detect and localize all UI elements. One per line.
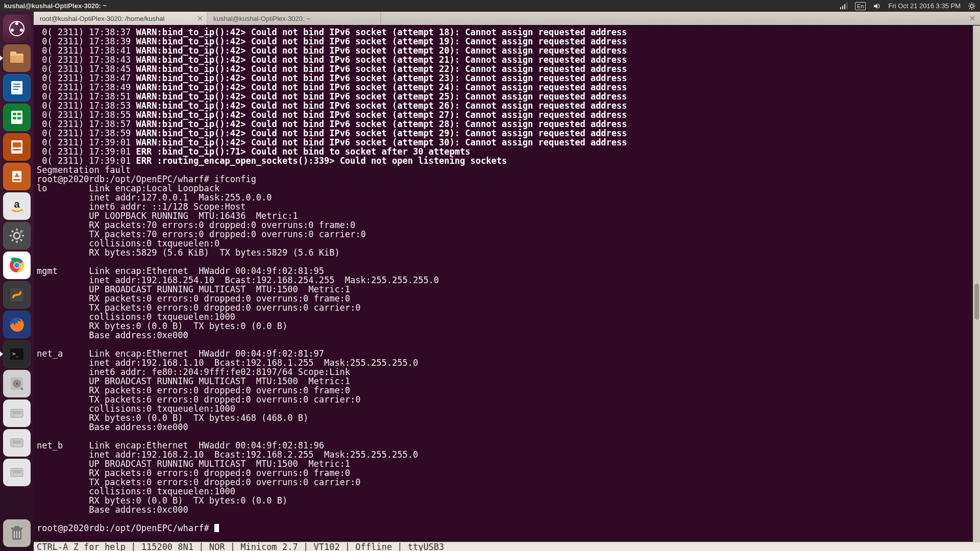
volume-icon[interactable]: [873, 2, 881, 10]
close-icon[interactable]: [197, 15, 204, 22]
software-center-icon[interactable]: [3, 163, 31, 190]
output-line: inet6 addr: ::1/128 Scope:Host: [37, 202, 977, 211]
impress-icon[interactable]: [3, 133, 31, 161]
writer-icon[interactable]: [3, 74, 31, 102]
tab-title: root@kushal-OptiPlex-3020: /home/kushal: [40, 15, 164, 22]
terminal-tab-inactive[interactable]: kushal@kushal-OptiPlex-3020: ~: [207, 12, 381, 25]
svg-line-11: [969, 8, 970, 9]
scrollbar-thumb[interactable]: [974, 284, 979, 319]
output-line: RX bytes:0 (0.0 B) TX bytes:0 (0.0 B): [37, 321, 977, 331]
cursor: [214, 524, 219, 532]
svg-rect-33: [13, 179, 20, 181]
log-line: 0( 2311) 17:38:49 WARN:bind_to_ip():42> …: [37, 83, 977, 92]
output-line: inet addr:192.168.2.10 Bcast:192.168.2.2…: [37, 450, 977, 459]
terminal-output[interactable]: 0( 2311) 17:38:37 WARN:bind_to_ip():42> …: [34, 26, 980, 542]
svg-rect-1: [842, 6, 843, 9]
output-line: UP BROADCAST RUNNING MULTICAST MTU:1500 …: [37, 377, 977, 386]
svg-text:>_: >_: [12, 350, 19, 357]
svg-rect-3: [846, 3, 847, 9]
output-line: net_a Link encap:Ethernet HWaddr 00:04:9…: [37, 349, 977, 358]
dash-icon[interactable]: [3, 15, 31, 42]
log-line: 0( 2311) 17:38:39 WARN:bind_to_ip():42> …: [37, 37, 977, 46]
clock[interactable]: Fri Oct 21 2016 3:35 PM: [888, 2, 961, 10]
tabbar-filler: [381, 12, 980, 25]
output-line: collisions:0 txqueuelen:0: [37, 239, 977, 248]
output-line: root@p2020rdb:/opt/OpenEPC/wharf# ifconf…: [37, 174, 977, 184]
scrollbar[interactable]: [973, 26, 980, 542]
svg-point-46: [14, 263, 19, 268]
output-line: mgmt Link encap:Ethernet HWaddr 00:04:9f…: [37, 266, 977, 276]
drive1-icon[interactable]: [3, 399, 31, 427]
sublime-icon[interactable]: [3, 281, 31, 309]
output-line: RX packets:0 errors:0 dropped:0 overruns…: [37, 386, 977, 395]
output-line: collisions:0 txqueuelen:1000: [37, 404, 977, 413]
tab-title: kushal@kushal-OptiPlex-3020: ~: [213, 15, 310, 22]
output-line: TX packets:6 errors:0 dropped:0 overruns…: [37, 395, 977, 404]
output-line: RX bytes:0 (0.0 B) TX bytes:0 (0.0 B): [37, 496, 977, 505]
svg-rect-31: [13, 149, 21, 151]
svg-line-9: [969, 4, 970, 5]
amazon-icon[interactable]: a: [3, 192, 31, 220]
firefox-icon[interactable]: [3, 311, 31, 338]
active-window-title: kushal@kushal-OptiPlex-3020: ~: [4, 2, 107, 10]
drive2-icon[interactable]: [3, 429, 31, 457]
output-line: Base address:0xe000: [37, 331, 977, 340]
svg-point-59: [13, 445, 15, 446]
terminal-icon[interactable]: >_: [3, 340, 31, 368]
output-line: [37, 432, 977, 441]
svg-rect-20: [11, 81, 22, 94]
log-line: 0( 2311) 17:38:45 WARN:bind_to_ip():42> …: [37, 64, 977, 73]
output-line: RX packets:0 errors:0 dropped:0 overruns…: [37, 468, 977, 478]
log-line: 0( 2311) 17:38:43 WARN:bind_to_ip():42> …: [37, 55, 977, 64]
svg-line-40: [12, 231, 13, 232]
network-icon[interactable]: [840, 2, 848, 10]
svg-rect-65: [14, 526, 19, 528]
output-line: TX packets:0 errors:0 dropped:0 overruns…: [37, 478, 977, 487]
svg-text:a: a: [14, 198, 20, 210]
output-line: TX packets:70 errors:0 dropped:0 overrun…: [37, 230, 977, 239]
calc-icon[interactable]: [3, 104, 31, 131]
svg-rect-27: [13, 117, 16, 119]
svg-rect-28: [17, 117, 21, 119]
session-gear-icon[interactable]: [968, 2, 976, 10]
log-line: 0( 2311) 17:38:51 WARN:bind_to_ip():42> …: [37, 92, 977, 101]
svg-rect-68: [19, 531, 20, 538]
top-panel: kushal@kushal-OptiPlex-3020: ~ En Fri Oc…: [0, 0, 980, 12]
output-line: inet addr:192.168.254.10 Bcast:192.168.2…: [37, 276, 977, 285]
output-line: lo Link encap:Local Loopback: [37, 184, 977, 193]
disks-icon[interactable]: [3, 370, 31, 397]
log-line: 0( 2311) 17:39:01 ERR :routing_encap_ope…: [37, 156, 977, 165]
launcher: a>_: [0, 12, 34, 551]
output-line: net_b Link encap:Ethernet HWaddr 00:04:9…: [37, 441, 977, 450]
minicom-statusbar: CTRL-A Z for help | 115200 8N1 | NOR | M…: [34, 542, 980, 551]
prompt-line[interactable]: root@p2020rdb:/opt/OpenEPC/wharf#: [37, 523, 977, 533]
output-line: Base address:0xe000: [37, 422, 977, 432]
svg-point-15: [20, 29, 23, 32]
log-line: 0( 2311) 17:39:01 ERR :bind_to_ip():71> …: [37, 147, 977, 156]
output-line: [37, 514, 977, 523]
svg-rect-64: [11, 528, 22, 530]
svg-point-62: [13, 474, 15, 476]
files-icon[interactable]: [3, 44, 31, 72]
output-line: RX bytes:0 (0.0 B) TX bytes:468 (468.0 B…: [37, 413, 977, 422]
svg-point-4: [970, 5, 973, 8]
log-line: 0( 2311) 17:38:53 WARN:bind_to_ip():42> …: [37, 101, 977, 110]
settings-icon[interactable]: [3, 222, 31, 249]
log-line: 0( 2311) 17:38:47 WARN:bind_to_ip():42> …: [37, 73, 977, 83]
chrome-icon[interactable]: [3, 252, 31, 279]
close-icon[interactable]: [969, 15, 976, 22]
output-line: inet6 addr: fe80::204:9fff:fe02:8197/64 …: [37, 367, 977, 377]
drive3-icon[interactable]: [3, 459, 31, 486]
keyboard-indicator[interactable]: En: [855, 2, 866, 10]
output-line: collisions:0 txqueuelen:1000: [37, 312, 977, 321]
trash-icon[interactable]: [3, 519, 31, 547]
svg-rect-0: [840, 7, 841, 9]
output-line: RX packets:70 errors:0 dropped:0 overrun…: [37, 220, 977, 230]
svg-line-10: [974, 8, 975, 9]
output-line: Segmentation fault: [37, 165, 977, 174]
terminal-tab-active[interactable]: root@kushal-OptiPlex-3020: /home/kushal: [34, 12, 207, 25]
output-line: RX bytes:5829 (5.6 KiB) TX bytes:5829 (5…: [37, 248, 977, 257]
svg-rect-67: [16, 531, 17, 538]
log-line: 0( 2311) 17:38:59 WARN:bind_to_ip():42> …: [37, 129, 977, 138]
svg-rect-58: [12, 440, 21, 444]
